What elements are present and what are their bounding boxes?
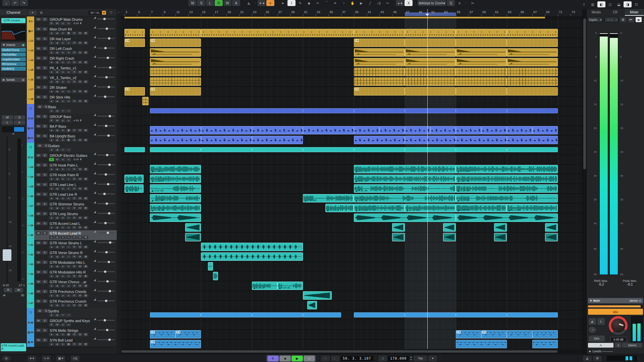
track-ctrl-e[interactable]: e xyxy=(60,90,65,93)
mute-button[interactable]: M xyxy=(36,183,41,186)
track-ctrl-●[interactable]: ● xyxy=(49,245,54,249)
track-ctrl-e[interactable]: e xyxy=(60,168,65,171)
track-ctrl-R[interactable]: R xyxy=(72,187,77,190)
track-ctrl-●[interactable]: ● xyxy=(49,284,54,288)
midi-part[interactable] xyxy=(354,126,379,134)
tab-media[interactable]: Media xyxy=(587,9,606,16)
midi-part[interactable] xyxy=(507,126,532,134)
track-ctrl-e[interactable]: e xyxy=(60,343,65,346)
audio-event[interactable]: ◢ -1.01 dB xyxy=(303,194,354,202)
mute-button[interactable]: M xyxy=(36,222,41,225)
track-ctrl-∞[interactable]: ∞ xyxy=(66,51,71,54)
track-volume-slider[interactable] xyxy=(97,223,115,224)
track-ctrl-R[interactable]: R xyxy=(72,177,77,181)
folder-part[interactable] xyxy=(354,147,405,152)
midi-part[interactable] xyxy=(354,29,405,37)
audio-event[interactable] xyxy=(456,77,507,86)
mute-button[interactable]: M xyxy=(36,47,41,50)
automation-r-button[interactable]: R xyxy=(215,0,223,6)
track-volume-slider[interactable] xyxy=(97,252,115,253)
mute-button[interactable]: M xyxy=(36,241,41,245)
track-ctrl-∞[interactable]: ∞ xyxy=(66,284,71,288)
mute-button[interactable]: M xyxy=(36,163,41,167)
solo-button[interactable]: S xyxy=(42,163,48,167)
track-name[interactable]: GTR Verse Strums R xyxy=(50,251,93,255)
insert-slot-studioeq[interactable]: StudioEQ xyxy=(1,67,26,71)
mute-button[interactable]: M xyxy=(36,95,41,99)
track-ctrl-e[interactable]: e xyxy=(60,275,65,278)
erase-tool-icon[interactable]: ◆ xyxy=(305,0,313,6)
track-ctrl-▦[interactable]: ▦ xyxy=(66,333,71,336)
audio-event[interactable]: ◢ -0.37 dB xyxy=(354,165,456,173)
track-ctrl-◂)[interactable]: ◂) xyxy=(55,177,60,181)
track-ctrl-e[interactable]: e xyxy=(60,129,65,132)
track-row-syn-bell-lead[interactable]: ▦40MSSYN Bell Lead●◂)e▦RW▤ xyxy=(27,337,117,347)
track-row-vk-3-tambo-v2[interactable]: ∿16MSVK_3_Tambo_v2●◂)e∞RW▤ xyxy=(27,75,117,85)
track-volume-slider[interactable] xyxy=(97,203,115,204)
track-ctrl-●[interactable]: ● xyxy=(49,177,54,181)
track-name[interactable]: GTR Verse Chorus ...ar xyxy=(50,280,93,284)
listen-button[interactable]: L xyxy=(2,120,13,125)
audio-event[interactable] xyxy=(507,48,558,57)
color-menu-icon[interactable]: ◕ ▾ xyxy=(396,0,404,6)
auto-quantize-button[interactable]: AQ xyxy=(71,356,79,361)
mute-button[interactable]: M xyxy=(36,124,41,128)
track-name[interactable]: VK_3_Tambo_v2 xyxy=(50,76,93,80)
mute-button[interactable]: M xyxy=(36,270,41,274)
snap-icon[interactable]: X xyxy=(405,0,413,6)
track-ctrl-◂)[interactable]: ◂) xyxy=(55,109,60,113)
range-select-tool-icon[interactable]: I xyxy=(287,0,296,6)
track-ctrl-●[interactable]: ● xyxy=(49,236,54,239)
track-ctrl-W[interactable]: W xyxy=(77,138,83,142)
solo-button[interactable]: S xyxy=(42,85,48,89)
position-display[interactable]: 50. 3. 3.107 xyxy=(340,356,373,361)
track-row-group-synths-and-keys[interactable]: ≣38MSGROUP Synths and KeysRWe∞ xyxy=(27,318,117,328)
track-ctrl-▤[interactable]: ▤ xyxy=(83,80,88,83)
solo-button[interactable]: S xyxy=(42,173,48,177)
track-ctrl-e[interactable]: e xyxy=(60,206,65,210)
redo-icon[interactable]: ↷ xyxy=(20,0,28,6)
midi-part[interactable] xyxy=(507,39,558,47)
cycle-button[interactable]: ↻ xyxy=(267,356,279,361)
track-ctrl-●[interactable]: ● xyxy=(49,138,54,142)
track-row-gtr-accent-lead-r[interactable]: ∿30MSGTR Accent Lead R●◂)e∞RW▤ xyxy=(27,230,117,240)
audio-event[interactable] xyxy=(150,68,201,76)
track-ctrl-◂)[interactable]: ◂) xyxy=(55,216,60,220)
solo-button[interactable]: S xyxy=(42,299,48,303)
audio-event[interactable] xyxy=(354,58,405,66)
track-ctrl-●[interactable]: ● xyxy=(49,333,54,336)
right-zone-icon[interactable]: ◨ xyxy=(624,1,632,7)
audio-event[interactable]: ◢ 10.53 dB xyxy=(354,204,405,212)
track-volume-slider[interactable] xyxy=(97,125,115,126)
track-ctrl-R[interactable]: R xyxy=(72,226,77,229)
track-ctrl-∞[interactable]: ∞ xyxy=(66,206,71,210)
track-name[interactable]: DR Stick Hits xyxy=(50,95,93,99)
audio-event[interactable]: ◢ 12.46 dB xyxy=(150,175,201,183)
track-ctrl-◂)[interactable]: ◂) xyxy=(55,168,60,171)
track-ctrl-∞[interactable]: ∞ xyxy=(66,41,71,45)
edit-channel-button[interactable]: e xyxy=(14,120,25,125)
track-ctrl-∞[interactable]: ∞ xyxy=(66,100,71,103)
track-name[interactable]: SYN Bell Lead xyxy=(50,338,93,342)
track-ctrl-●[interactable]: ● xyxy=(49,70,54,74)
color-tool-icon[interactable]: ↪ xyxy=(383,0,391,6)
track-ctrl-∞[interactable]: ∞ xyxy=(66,119,71,122)
track-ctrl-●[interactable]: ● xyxy=(49,148,54,152)
eq-curve-display[interactable] xyxy=(1,24,25,41)
audio-event[interactable] xyxy=(443,233,456,241)
track-ctrl-▤[interactable]: ▤ xyxy=(83,343,88,346)
track-ctrl-◂)[interactable]: ◂) xyxy=(55,343,60,346)
solo-button[interactable]: S xyxy=(42,17,48,21)
track-ctrl-▤[interactable]: ▤ xyxy=(83,216,88,220)
audio-event[interactable]: ◢ -4.21 dB xyxy=(354,184,456,193)
track-ctrl-◂)[interactable]: ◂) xyxy=(55,206,60,210)
mute-button[interactable]: M xyxy=(36,76,41,79)
audio-event[interactable] xyxy=(150,48,201,57)
track-row-ba-upright-bass[interactable]: ▦21MSBA Upright Bass●◂)e▦RW▤ xyxy=(27,133,117,143)
track-ctrl-▤[interactable]: ▤ xyxy=(83,275,88,278)
folder-part[interactable] xyxy=(456,108,507,113)
insert-slot-studiochorus[interactable]: StudioChorus xyxy=(1,48,26,52)
track-ctrl-◂)[interactable]: ◂) xyxy=(55,90,60,93)
record-button[interactable]: ○ xyxy=(304,356,315,361)
midi-part[interactable] xyxy=(405,87,456,96)
